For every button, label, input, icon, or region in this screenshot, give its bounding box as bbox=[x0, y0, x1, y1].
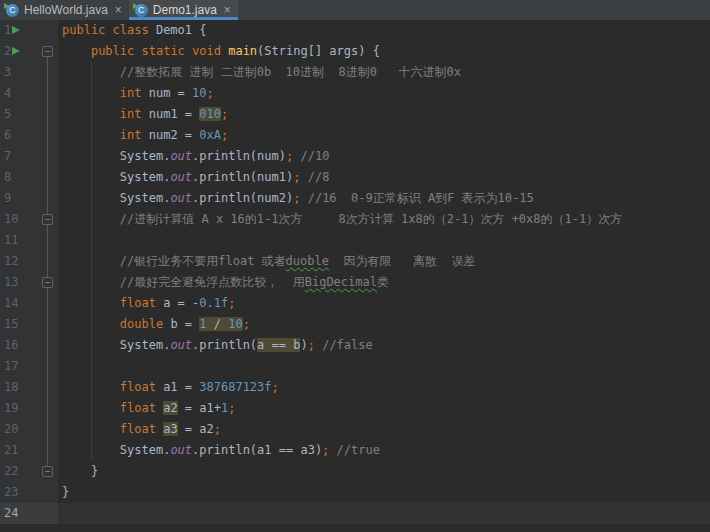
code-segment: float bbox=[120, 422, 156, 436]
code-segment bbox=[62, 170, 120, 184]
line-number: 24 bbox=[4, 506, 18, 520]
code-segment: System. bbox=[120, 338, 171, 352]
gutter-row: 2− bbox=[0, 41, 58, 62]
fold-marker-icon[interactable]: − bbox=[42, 466, 53, 477]
gutter-row: 17 bbox=[0, 356, 58, 377]
line-number: 8 bbox=[4, 170, 11, 184]
line-number: 18 bbox=[4, 380, 18, 394]
code-segment: out bbox=[170, 443, 192, 457]
code-line[interactable]: int num2 = 0xA; bbox=[58, 125, 710, 146]
line-number: 10 bbox=[4, 212, 18, 226]
code-segment: //进制计算值 A x 16的1-1次方 8次方计算 1x8的（2-1）次方 +… bbox=[120, 212, 622, 226]
code-line[interactable] bbox=[58, 356, 710, 377]
code-line[interactable]: //整数拓展 进制 二进制0b 10进制 8进制0 十六进制0x bbox=[58, 62, 710, 83]
code-area[interactable]: public class Demo1 { public static void … bbox=[58, 20, 710, 524]
class-icon: C bbox=[6, 4, 19, 17]
code-line[interactable]: float a = -0.1f; bbox=[58, 293, 710, 314]
code-segment: main bbox=[228, 44, 257, 58]
gutter-row: 22− bbox=[0, 461, 58, 482]
code-line[interactable]: float a1 = 387687123f; bbox=[58, 377, 710, 398]
code-line[interactable]: int num = 10; bbox=[58, 83, 710, 104]
code-segment: a == b bbox=[257, 338, 300, 352]
gutter-row: 23 bbox=[0, 482, 58, 503]
line-number: 20 bbox=[4, 422, 18, 436]
code-segment: BigDecimal bbox=[305, 275, 377, 289]
code-segment: } bbox=[62, 464, 98, 478]
code-line[interactable]: public static void main(String[] args) { bbox=[58, 41, 710, 62]
code-line[interactable]: public class Demo1 { bbox=[58, 20, 710, 41]
code-line[interactable]: } bbox=[58, 461, 710, 482]
code-segment: } bbox=[62, 485, 69, 499]
run-line-icon[interactable] bbox=[12, 26, 20, 34]
line-number: 7 bbox=[4, 149, 11, 163]
code-segment: num1 = bbox=[141, 107, 199, 121]
code-segment: 1 bbox=[199, 317, 206, 331]
code-segment: public class bbox=[62, 23, 156, 37]
code-segment: / bbox=[207, 317, 229, 331]
fold-marker-icon[interactable]: − bbox=[42, 277, 53, 288]
code-segment: ; bbox=[207, 86, 214, 100]
code-segment: //最好完全避免浮点数比较， 用 bbox=[120, 275, 305, 289]
code-segment: out bbox=[170, 170, 192, 184]
fold-marker-icon[interactable]: − bbox=[42, 46, 53, 57]
code-segment bbox=[62, 107, 120, 121]
code-segment: 387687123f bbox=[199, 380, 271, 394]
code-line[interactable]: System.out.println(a == b); //false bbox=[58, 335, 710, 356]
code-segment: System. bbox=[120, 170, 171, 184]
code-segment bbox=[62, 128, 120, 142]
code-line[interactable]: //银行业务不要用float 或者duoble 因为有限 离散 误差 bbox=[58, 251, 710, 272]
gutter-row: 18 bbox=[0, 377, 58, 398]
code-segment: public static void bbox=[91, 44, 228, 58]
code-segment: b = bbox=[163, 317, 199, 331]
code-segment bbox=[300, 170, 307, 184]
line-number: 6 bbox=[4, 128, 11, 142]
code-line[interactable]: } bbox=[58, 482, 710, 503]
code-segment: System. bbox=[120, 443, 171, 457]
code-segment: out bbox=[170, 191, 192, 205]
gutter-row: 12 bbox=[0, 251, 58, 272]
editor-tab[interactable]: CDemo1.java× bbox=[129, 0, 238, 20]
gutter-row: 5 bbox=[0, 104, 58, 125]
line-number: 16 bbox=[4, 338, 18, 352]
code-line[interactable]: double b = 1 / 10; bbox=[58, 314, 710, 335]
code-segment: Demo1 { bbox=[156, 23, 207, 37]
line-number: 1 bbox=[4, 23, 11, 37]
code-line[interactable]: float a2 = a1+1; bbox=[58, 398, 710, 419]
code-line[interactable]: System.out.println(num); //10 bbox=[58, 146, 710, 167]
tab-close-icon[interactable]: × bbox=[115, 4, 122, 16]
code-segment: num = bbox=[141, 86, 192, 100]
line-number: 11 bbox=[4, 233, 18, 247]
code-segment bbox=[62, 65, 120, 79]
code-segment: float bbox=[120, 401, 156, 415]
code-segment bbox=[62, 149, 120, 163]
code-line[interactable]: //最好完全避免浮点数比较， 用BigDecimal类 bbox=[58, 272, 710, 293]
code-segment bbox=[329, 443, 336, 457]
line-number: 4 bbox=[4, 86, 11, 100]
gutter-row: 20 bbox=[0, 419, 58, 440]
code-line[interactable] bbox=[58, 230, 710, 251]
code-segment: out bbox=[170, 338, 192, 352]
code-segment: .println(num2) bbox=[192, 191, 293, 205]
run-line-icon[interactable] bbox=[12, 47, 20, 55]
tab-close-icon[interactable]: × bbox=[224, 4, 231, 16]
code-line[interactable]: int num1 = 010; bbox=[58, 104, 710, 125]
fold-marker-icon[interactable]: − bbox=[42, 214, 53, 225]
code-segment: .println(num1) bbox=[192, 170, 293, 184]
code-segment: int bbox=[120, 107, 142, 121]
line-number: 14 bbox=[4, 296, 18, 310]
code-line[interactable]: System.out.println(num1); //8 bbox=[58, 167, 710, 188]
code-segment: .println(num) bbox=[192, 149, 286, 163]
code-line[interactable]: System.out.println(a1 == a3); //true bbox=[58, 440, 710, 461]
code-line[interactable]: float a3 = a2; bbox=[58, 419, 710, 440]
code-segment bbox=[62, 401, 120, 415]
code-segment: = a1+ bbox=[178, 401, 221, 415]
line-number: 21 bbox=[4, 443, 18, 457]
code-line[interactable] bbox=[58, 503, 710, 524]
code-line[interactable]: //进制计算值 A x 16的1-1次方 8次方计算 1x8的（2-1）次方 +… bbox=[58, 209, 710, 230]
line-number: 13 bbox=[4, 275, 18, 289]
run-badge-icon bbox=[133, 3, 138, 9]
code-segment bbox=[62, 86, 120, 100]
line-number: 19 bbox=[4, 401, 18, 415]
code-line[interactable]: System.out.println(num2); //16 0-9正常标识 A… bbox=[58, 188, 710, 209]
editor-tab[interactable]: CHelloWorld.java× bbox=[0, 0, 129, 20]
